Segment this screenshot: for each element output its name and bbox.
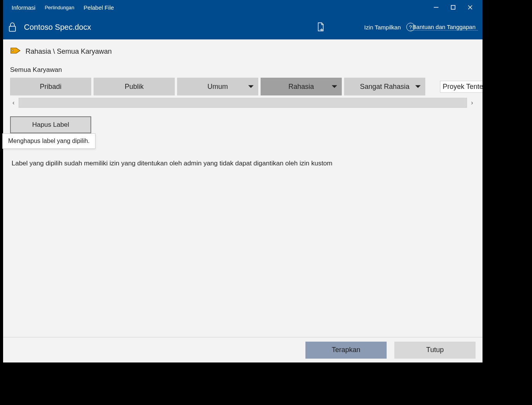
menubar: Informasi Perlindungan Pelabel File bbox=[3, 0, 483, 15]
menu-pelabel-file[interactable]: Pelabel File bbox=[79, 4, 118, 11]
window-maximize-button[interactable] bbox=[445, 1, 462, 14]
label-option-rahasia[interactable]: Rahasia bbox=[261, 78, 342, 95]
menu-informasi[interactable]: Informasi bbox=[7, 4, 40, 11]
svg-point-5 bbox=[12, 50, 14, 51]
chevron-down-icon bbox=[332, 85, 337, 88]
delete-label-tooltip: Menghapus label yang dipilih. bbox=[2, 133, 95, 149]
lock-icon bbox=[8, 22, 17, 32]
label-option-pribadi[interactable]: Pribadi bbox=[10, 78, 91, 95]
apply-button[interactable]: Terapkan bbox=[305, 342, 387, 359]
footer: Terapkan Tutup bbox=[3, 337, 483, 362]
breadcrumb-text: Rahasia \ Semua Karyawan bbox=[26, 48, 112, 56]
tag-icon bbox=[10, 46, 21, 57]
scroll-track[interactable] bbox=[19, 98, 467, 108]
label-option-umum[interactable]: Umum bbox=[177, 78, 258, 95]
label-option-sangat-rahasia[interactable]: Sangat Rahasia bbox=[344, 78, 425, 95]
window-close-button[interactable] bbox=[462, 1, 479, 14]
svg-rect-4 bbox=[9, 26, 15, 31]
delete-label-button[interactable]: Hapus Label bbox=[10, 116, 91, 133]
label-bar: PribadiPublikUmumRahasiaSangat RahasiaPr… bbox=[3, 78, 483, 95]
chevron-down-icon bbox=[248, 85, 254, 88]
breadcrumb: Rahasia \ Semua Karyawan bbox=[3, 46, 483, 57]
app-window: Informasi Perlindungan Pelabel File Cont… bbox=[3, 0, 483, 362]
window-minimize-button[interactable] bbox=[428, 1, 445, 14]
content-area: Rahasia \ Semua Karyawan Semua Karyawan … bbox=[3, 39, 483, 337]
help-feedback-link[interactable]: Bantuan dan Tanggapan bbox=[410, 24, 478, 31]
file-name: Contoso Spec.docx bbox=[24, 23, 91, 32]
menu-perlindungan[interactable]: Perlindungan bbox=[40, 5, 79, 10]
label-option-proyek-tented[interactable]: Proyek Tented bbox=[428, 78, 483, 95]
document-export-icon[interactable] bbox=[316, 22, 325, 32]
chevron-down-icon bbox=[415, 85, 421, 88]
view-permissions-link[interactable]: Izin Tampilkan bbox=[362, 24, 403, 31]
sublabel-text: Semua Karyawan bbox=[3, 57, 483, 78]
label-scroller: ‹ › bbox=[3, 95, 483, 108]
svg-rect-1 bbox=[451, 5, 455, 9]
close-button[interactable]: Tutup bbox=[394, 342, 476, 359]
scroll-left-button[interactable]: ‹ bbox=[10, 98, 17, 108]
scroll-right-button[interactable]: › bbox=[469, 98, 476, 108]
titlebar: Contoso Spec.docx Izin Tampilkan ? Bantu… bbox=[3, 15, 483, 39]
label-option-publik[interactable]: Publik bbox=[94, 78, 175, 95]
